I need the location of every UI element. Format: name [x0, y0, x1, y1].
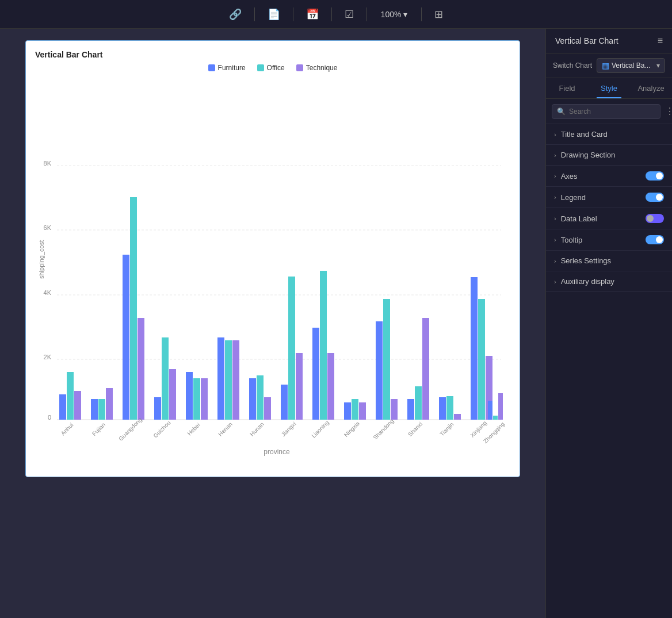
- chart-container: Vertical Bar Chart Furniture Office Tech…: [25, 40, 520, 477]
- svg-rect-26: [217, 337, 224, 420]
- toolbar-divider-5: [421, 7, 422, 21]
- bar-chart-svg: 0 2K 4K 6K 8K shipping_cost: [35, 78, 507, 457]
- section-tooltip[interactable]: › Tooltip: [546, 229, 672, 251]
- section-label-drawing: Drawing Section: [561, 151, 616, 159]
- chevron-legend: ›: [554, 194, 556, 201]
- chart-legend: Furniture Office Technique: [35, 64, 510, 72]
- legend-label-furniture: Furniture: [218, 64, 246, 72]
- svg-text:Fujian: Fujian: [91, 421, 106, 437]
- chevron-title-card: ›: [554, 131, 556, 138]
- search-more-icon[interactable]: ⋮: [663, 103, 672, 119]
- svg-rect-36: [320, 271, 327, 420]
- svg-rect-46: [422, 318, 429, 420]
- svg-text:Liaoning: Liaoning: [310, 419, 330, 439]
- svg-rect-43: [391, 399, 398, 420]
- section-label-title-card: Title and Card: [561, 130, 608, 139]
- tab-analyze[interactable]: Analyze: [630, 78, 672, 98]
- search-icon: 🔍: [557, 108, 566, 116]
- svg-rect-39: [352, 399, 358, 420]
- svg-text:4K: 4K: [44, 289, 52, 296]
- svg-rect-55: [498, 393, 503, 420]
- tab-field[interactable]: Field: [546, 78, 588, 98]
- section-legend[interactable]: › Legend: [546, 187, 672, 208]
- toggle-legend[interactable]: [646, 193, 664, 202]
- svg-rect-32: [281, 385, 288, 420]
- document-icon[interactable]: 📄: [264, 5, 284, 24]
- section-label-axes: Axes: [561, 172, 578, 181]
- svg-rect-23: [186, 372, 193, 420]
- tab-style[interactable]: Style: [588, 78, 630, 98]
- section-series-settings[interactable]: › Series Settings: [546, 251, 672, 271]
- legend-label-technique: Technique: [306, 64, 338, 72]
- section-data-label[interactable]: › Data Label: [546, 208, 672, 229]
- svg-rect-38: [344, 402, 351, 420]
- section-drawing-section[interactable]: › Drawing Section: [546, 145, 672, 166]
- zoom-arrow: ▾: [403, 10, 407, 19]
- zoom-value: 100%: [381, 10, 402, 19]
- svg-text:Guangdong: Guangdong: [117, 416, 143, 442]
- svg-rect-20: [154, 397, 161, 420]
- section-auxiliary-display[interactable]: › Auxiliary display: [546, 271, 672, 292]
- legend-dot-office: [257, 64, 264, 71]
- svg-text:Henan: Henan: [217, 421, 234, 437]
- svg-text:Guizhou: Guizhou: [152, 419, 171, 439]
- svg-rect-51: [478, 299, 485, 420]
- check-icon[interactable]: ☑: [341, 5, 357, 24]
- svg-rect-22: [169, 369, 176, 420]
- svg-rect-28: [232, 340, 239, 420]
- grid-icon[interactable]: ⊞: [431, 5, 446, 24]
- svg-rect-13: [74, 391, 81, 420]
- svg-text:Tianjin: Tianjin: [438, 421, 455, 437]
- svg-text:6K: 6K: [44, 224, 52, 231]
- svg-rect-31: [264, 397, 271, 420]
- svg-rect-21: [162, 337, 169, 420]
- chevron-series: ›: [554, 258, 556, 264]
- toggle-axes[interactable]: [646, 171, 664, 181]
- link-icon[interactable]: 🔗: [226, 5, 245, 24]
- svg-rect-24: [193, 378, 200, 420]
- section-label-legend: Legend: [561, 193, 586, 202]
- toolbar-divider-3: [331, 7, 332, 21]
- calendar-icon[interactable]: 📅: [303, 5, 322, 24]
- section-title-and-card[interactable]: › Title and Card: [546, 124, 672, 145]
- svg-rect-40: [359, 402, 366, 420]
- svg-rect-11: [59, 394, 66, 420]
- svg-text:Xinjiang: Xinjiang: [469, 420, 488, 439]
- svg-text:province: province: [264, 448, 290, 456]
- chart-type-icon: ▦: [602, 61, 609, 70]
- svg-rect-49: [454, 414, 461, 420]
- svg-rect-53: [488, 401, 492, 420]
- canvas-area: Vertical Bar Chart Furniture Office Tech…: [0, 29, 545, 618]
- switch-chart-select[interactable]: ▦ Vertical Ba... ▾: [597, 58, 665, 73]
- switch-chart-label: Switch Chart: [553, 62, 592, 70]
- zoom-selector[interactable]: 100% ▾: [376, 7, 413, 21]
- section-axes[interactable]: › Axes: [546, 166, 672, 187]
- svg-rect-19: [138, 318, 144, 420]
- svg-rect-48: [446, 396, 453, 420]
- svg-text:Jiangxi: Jiangxi: [280, 421, 297, 438]
- legend-technique: Technique: [296, 64, 338, 72]
- svg-rect-12: [67, 372, 74, 420]
- svg-rect-14: [91, 399, 98, 420]
- svg-rect-29: [249, 378, 256, 420]
- right-panel: Vertical Bar Chart ≡ Switch Chart ▦ Vert…: [545, 29, 672, 618]
- svg-rect-27: [225, 340, 232, 420]
- chevron-data-label: ›: [554, 215, 556, 222]
- svg-rect-47: [439, 397, 446, 420]
- section-label-tooltip: Tooltip: [561, 236, 583, 244]
- toolbar-divider-4: [366, 7, 367, 21]
- search-input-wrapper: 🔍: [552, 104, 660, 119]
- svg-text:shipping_cost: shipping_cost: [38, 240, 45, 279]
- search-input[interactable]: [569, 108, 655, 116]
- panel-menu-icon[interactable]: ≡: [658, 36, 663, 46]
- section-label-auxiliary: Auxiliary display: [561, 277, 614, 286]
- chevron-axes: ›: [554, 172, 556, 179]
- chevron-tooltip: ›: [554, 236, 556, 243]
- toggle-data-label[interactable]: [646, 214, 664, 223]
- toggle-tooltip[interactable]: [646, 235, 664, 244]
- section-label-data-label: Data Label: [561, 214, 597, 223]
- tabs: Field Style Analyze: [546, 78, 672, 99]
- switch-chart-value: Vertical Ba...: [612, 62, 650, 70]
- svg-text:8K: 8K: [44, 160, 52, 167]
- switch-chart-row: Switch Chart ▦ Vertical Ba... ▾: [546, 53, 672, 78]
